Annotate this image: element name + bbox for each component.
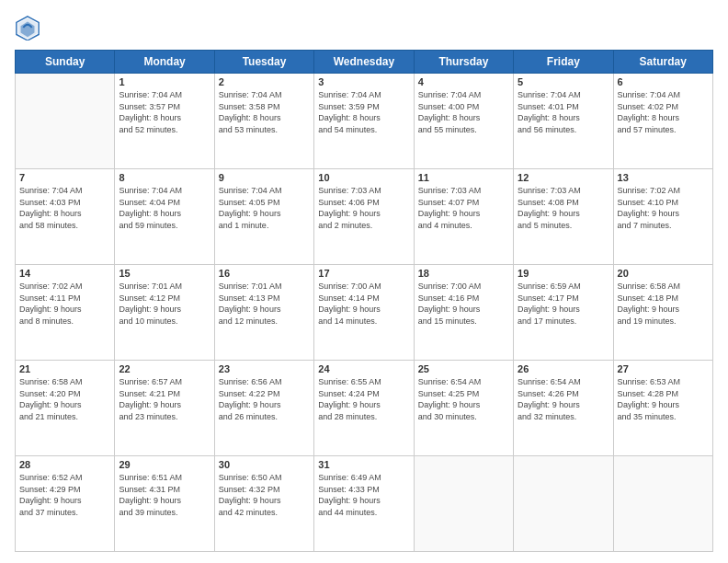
calendar-cell — [613, 456, 712, 552]
calendar-cell: 26Sunrise: 6:54 AM Sunset: 4:26 PM Dayli… — [514, 361, 613, 456]
calendar-cell: 17Sunrise: 7:00 AM Sunset: 4:14 PM Dayli… — [314, 265, 414, 361]
calendar-cell: 19Sunrise: 6:59 AM Sunset: 4:17 PM Dayli… — [514, 265, 613, 361]
day-number: 30 — [219, 459, 310, 470]
calendar-cell: 29Sunrise: 6:51 AM Sunset: 4:31 PM Dayli… — [115, 456, 214, 552]
day-number: 25 — [418, 363, 509, 374]
calendar-cell: 2Sunrise: 7:04 AM Sunset: 3:58 PM Daylig… — [214, 74, 313, 169]
day-number: 21 — [19, 363, 110, 374]
day-info: Sunrise: 7:03 AM Sunset: 4:06 PM Dayligh… — [318, 185, 409, 231]
day-number: 18 — [418, 268, 509, 279]
day-info: Sunrise: 7:03 AM Sunset: 4:07 PM Dayligh… — [418, 185, 509, 231]
day-info: Sunrise: 7:04 AM Sunset: 4:03 PM Dayligh… — [19, 185, 110, 231]
calendar-cell: 12Sunrise: 7:03 AM Sunset: 4:08 PM Dayli… — [514, 169, 613, 265]
calendar-cell: 25Sunrise: 6:54 AM Sunset: 4:25 PM Dayli… — [414, 361, 513, 456]
weekday-header-sunday: Sunday — [16, 51, 115, 74]
day-number: 26 — [518, 363, 609, 374]
day-info: Sunrise: 7:02 AM Sunset: 4:10 PM Dayligh… — [618, 185, 709, 231]
calendar-cell: 30Sunrise: 6:50 AM Sunset: 4:32 PM Dayli… — [214, 456, 313, 552]
calendar-cell: 20Sunrise: 6:58 AM Sunset: 4:18 PM Dayli… — [613, 265, 712, 361]
day-info: Sunrise: 6:51 AM Sunset: 4:31 PM Dayligh… — [119, 472, 210, 518]
day-info: Sunrise: 7:02 AM Sunset: 4:11 PM Dayligh… — [19, 281, 110, 327]
weekday-header-thursday: Thursday — [414, 51, 513, 74]
day-number: 7 — [19, 172, 110, 183]
day-info: Sunrise: 7:03 AM Sunset: 4:08 PM Dayligh… — [518, 185, 609, 231]
day-info: Sunrise: 6:59 AM Sunset: 4:17 PM Dayligh… — [518, 281, 609, 327]
calendar-cell: 6Sunrise: 7:04 AM Sunset: 4:02 PM Daylig… — [613, 74, 712, 169]
calendar-cell: 27Sunrise: 6:53 AM Sunset: 4:28 PM Dayli… — [613, 361, 712, 456]
day-info: Sunrise: 6:57 AM Sunset: 4:21 PM Dayligh… — [119, 376, 210, 422]
calendar-header: SundayMondayTuesdayWednesdayThursdayFrid… — [16, 51, 713, 74]
weekday-header-tuesday: Tuesday — [214, 51, 313, 74]
day-number: 6 — [618, 76, 709, 87]
day-info: Sunrise: 7:04 AM Sunset: 4:05 PM Dayligh… — [219, 185, 310, 231]
day-number: 3 — [318, 76, 409, 87]
day-info: Sunrise: 6:56 AM Sunset: 4:22 PM Dayligh… — [219, 376, 310, 422]
calendar-cell: 10Sunrise: 7:03 AM Sunset: 4:06 PM Dayli… — [314, 169, 414, 265]
weekday-row: SundayMondayTuesdayWednesdayThursdayFrid… — [16, 51, 713, 74]
calendar-cell: 13Sunrise: 7:02 AM Sunset: 4:10 PM Dayli… — [613, 169, 712, 265]
weekday-header-wednesday: Wednesday — [314, 51, 414, 74]
calendar-cell: 23Sunrise: 6:56 AM Sunset: 4:22 PM Dayli… — [214, 361, 313, 456]
day-number: 4 — [418, 76, 509, 87]
day-number: 15 — [119, 268, 210, 279]
calendar-week-1: 7Sunrise: 7:04 AM Sunset: 4:03 PM Daylig… — [16, 169, 713, 265]
day-number: 27 — [618, 363, 709, 374]
day-number: 16 — [219, 268, 310, 279]
logo — [15, 15, 44, 40]
calendar-week-3: 21Sunrise: 6:58 AM Sunset: 4:20 PM Dayli… — [16, 361, 713, 456]
header — [15, 15, 713, 40]
calendar-cell: 5Sunrise: 7:04 AM Sunset: 4:01 PM Daylig… — [514, 74, 613, 169]
day-info: Sunrise: 7:01 AM Sunset: 4:13 PM Dayligh… — [219, 281, 310, 327]
day-number: 22 — [119, 363, 210, 374]
calendar-cell: 11Sunrise: 7:03 AM Sunset: 4:07 PM Dayli… — [414, 169, 513, 265]
weekday-header-monday: Monday — [115, 51, 214, 74]
calendar-week-2: 14Sunrise: 7:02 AM Sunset: 4:11 PM Dayli… — [16, 265, 713, 361]
day-info: Sunrise: 7:00 AM Sunset: 4:16 PM Dayligh… — [418, 281, 509, 327]
day-number: 11 — [418, 172, 509, 183]
calendar-cell: 15Sunrise: 7:01 AM Sunset: 4:12 PM Dayli… — [115, 265, 214, 361]
calendar-week-4: 28Sunrise: 6:52 AM Sunset: 4:29 PM Dayli… — [16, 456, 713, 552]
day-info: Sunrise: 7:04 AM Sunset: 4:01 PM Dayligh… — [518, 89, 609, 135]
calendar-cell: 3Sunrise: 7:04 AM Sunset: 3:59 PM Daylig… — [314, 74, 414, 169]
day-info: Sunrise: 7:04 AM Sunset: 3:57 PM Dayligh… — [119, 89, 210, 135]
day-number: 2 — [219, 76, 310, 87]
day-number: 29 — [119, 459, 210, 470]
weekday-header-saturday: Saturday — [613, 51, 712, 74]
day-number: 19 — [518, 268, 609, 279]
day-number: 31 — [318, 459, 409, 470]
calendar-cell: 24Sunrise: 6:55 AM Sunset: 4:24 PM Dayli… — [314, 361, 414, 456]
calendar-cell: 22Sunrise: 6:57 AM Sunset: 4:21 PM Dayli… — [115, 361, 214, 456]
day-number: 14 — [19, 268, 110, 279]
day-number: 17 — [318, 268, 409, 279]
day-info: Sunrise: 6:52 AM Sunset: 4:29 PM Dayligh… — [19, 472, 110, 518]
day-info: Sunrise: 6:55 AM Sunset: 4:24 PM Dayligh… — [318, 376, 409, 422]
calendar-cell: 1Sunrise: 7:04 AM Sunset: 3:57 PM Daylig… — [115, 74, 214, 169]
day-number: 24 — [318, 363, 409, 374]
day-number: 5 — [518, 76, 609, 87]
day-info: Sunrise: 6:50 AM Sunset: 4:32 PM Dayligh… — [219, 472, 310, 518]
day-number: 10 — [318, 172, 409, 183]
calendar-body: 1Sunrise: 7:04 AM Sunset: 3:57 PM Daylig… — [16, 74, 713, 552]
day-info: Sunrise: 6:58 AM Sunset: 4:18 PM Dayligh… — [618, 281, 709, 327]
calendar-cell — [414, 456, 513, 552]
calendar-cell: 14Sunrise: 7:02 AM Sunset: 4:11 PM Dayli… — [16, 265, 115, 361]
day-info: Sunrise: 7:01 AM Sunset: 4:12 PM Dayligh… — [119, 281, 210, 327]
day-info: Sunrise: 7:04 AM Sunset: 4:02 PM Dayligh… — [618, 89, 709, 135]
day-info: Sunrise: 7:04 AM Sunset: 4:00 PM Dayligh… — [418, 89, 509, 135]
calendar-cell: 8Sunrise: 7:04 AM Sunset: 4:04 PM Daylig… — [115, 169, 214, 265]
day-number: 1 — [119, 76, 210, 87]
day-info: Sunrise: 7:04 AM Sunset: 3:59 PM Dayligh… — [318, 89, 409, 135]
day-info: Sunrise: 7:04 AM Sunset: 4:04 PM Dayligh… — [119, 185, 210, 231]
day-info: Sunrise: 6:53 AM Sunset: 4:28 PM Dayligh… — [618, 376, 709, 422]
calendar-cell: 9Sunrise: 7:04 AM Sunset: 4:05 PM Daylig… — [214, 169, 313, 265]
day-number: 23 — [219, 363, 310, 374]
day-info: Sunrise: 7:00 AM Sunset: 4:14 PM Dayligh… — [318, 281, 409, 327]
calendar-cell — [514, 456, 613, 552]
calendar-cell: 21Sunrise: 6:58 AM Sunset: 4:20 PM Dayli… — [16, 361, 115, 456]
calendar-cell: 18Sunrise: 7:00 AM Sunset: 4:16 PM Dayli… — [414, 265, 513, 361]
day-number: 8 — [119, 172, 210, 183]
day-info: Sunrise: 6:49 AM Sunset: 4:33 PM Dayligh… — [318, 472, 409, 518]
day-number: 28 — [19, 459, 110, 470]
day-number: 12 — [518, 172, 609, 183]
calendar-week-0: 1Sunrise: 7:04 AM Sunset: 3:57 PM Daylig… — [16, 74, 713, 169]
